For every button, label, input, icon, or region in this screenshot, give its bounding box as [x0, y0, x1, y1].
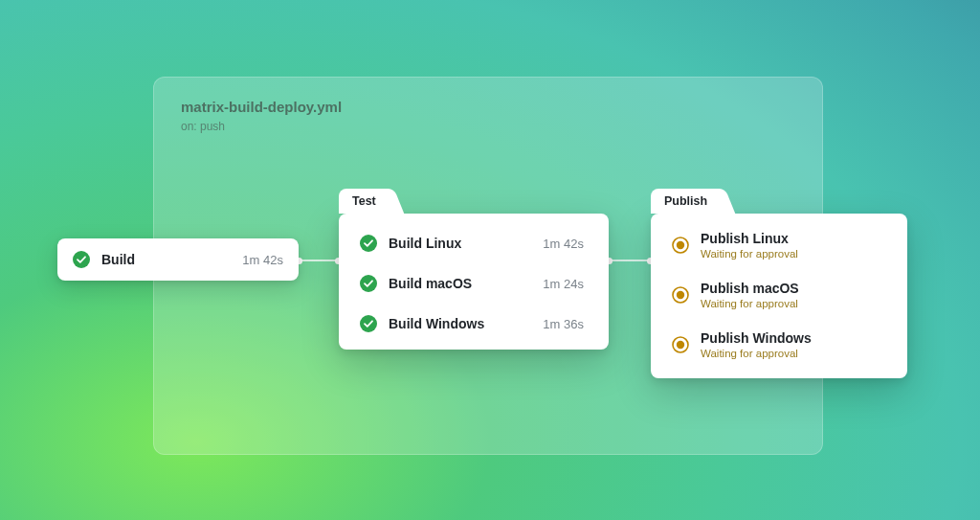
pending-circle-icon	[672, 336, 689, 353]
group-body: Publish Linux Waiting for approval Publi…	[651, 214, 907, 378]
job-status-text: Waiting for approval	[701, 348, 886, 359]
job-row[interactable]: Publish macOS Waiting for approval	[651, 273, 907, 323]
job-row[interactable]: Build Windows 1m 36s	[339, 304, 609, 344]
svg-point-5	[677, 241, 684, 249]
check-circle-icon	[73, 251, 90, 268]
job-name: Publish Linux	[701, 231, 886, 246]
group-label: Publish	[664, 194, 707, 208]
check-circle-icon	[360, 275, 377, 292]
job-name: Publish macOS	[701, 281, 886, 296]
job-duration: 1m 24s	[543, 277, 584, 291]
connector-build-to-test	[299, 260, 339, 261]
job-duration: 1m 42s	[543, 237, 584, 251]
job-row[interactable]: Publish Windows Waiting for approval	[651, 323, 907, 373]
job-row[interactable]: Publish Linux Waiting for approval	[651, 223, 907, 273]
job-card-build[interactable]: Build 1m 42s	[57, 238, 299, 281]
svg-point-2	[360, 275, 377, 292]
job-name: Build Linux	[389, 236, 543, 251]
pending-circle-icon	[672, 286, 689, 304]
svg-point-7	[677, 291, 684, 299]
pending-circle-icon	[672, 237, 689, 254]
group-tab-test: Test	[339, 189, 390, 214]
workflow-trigger: on: push	[181, 120, 225, 133]
check-circle-icon	[360, 315, 377, 332]
job-group-publish[interactable]: Publish Publish Linux Waiting for approv…	[651, 214, 907, 378]
group-label: Test	[352, 194, 376, 208]
job-name: Build	[101, 252, 242, 267]
job-name: Build macOS	[389, 276, 543, 291]
svg-point-9	[677, 341, 684, 349]
svg-point-3	[360, 315, 377, 332]
job-row[interactable]: Build Linux 1m 42s	[339, 223, 609, 263]
svg-point-0	[73, 251, 90, 268]
job-status-text: Waiting for approval	[701, 248, 886, 260]
job-status-text: Waiting for approval	[701, 298, 886, 309]
svg-point-1	[360, 235, 377, 252]
group-body: Build Linux 1m 42s Build macOS 1m 24s Bu…	[339, 214, 609, 350]
job-name: Publish Windows	[701, 330, 886, 346]
job-name: Build Windows	[389, 316, 543, 331]
job-row[interactable]: Build macOS 1m 24s	[339, 263, 609, 304]
check-circle-icon	[360, 235, 377, 252]
connector-test-to-publish	[609, 260, 651, 261]
job-duration: 1m 42s	[242, 253, 283, 267]
job-group-test[interactable]: Test Build Linux 1m 42s Build macOS 1m 2…	[339, 214, 609, 350]
group-tab-publish: Publish	[651, 189, 721, 214]
job-duration: 1m 36s	[543, 317, 584, 331]
workflow-filename: matrix-build-deploy.yml	[181, 99, 342, 115]
